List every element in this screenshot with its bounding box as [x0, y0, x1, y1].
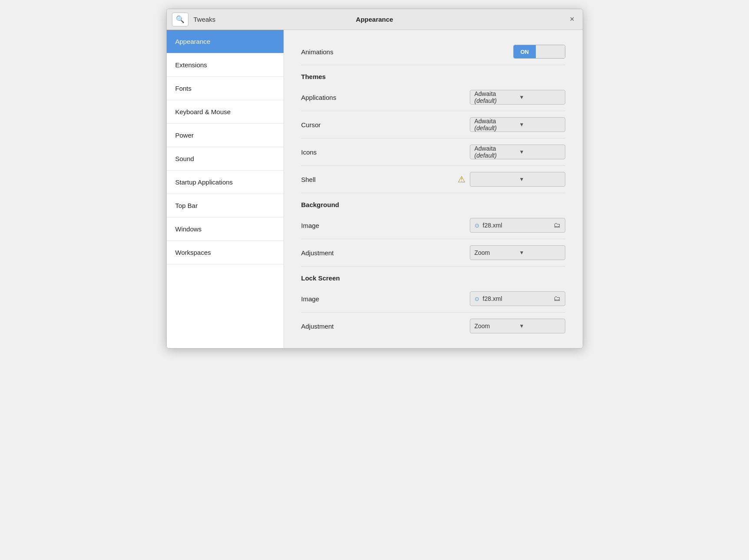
cursor-dropdown[interactable]: Adwaita (default) ▼: [470, 117, 565, 132]
main-content: Appearance Extensions Fonts Keyboard & M…: [167, 30, 583, 348]
bg-image-label: Image: [301, 222, 470, 229]
ls-adjustment-dropdown[interactable]: Zoom ▼: [470, 319, 565, 333]
icons-value: Adwaita (default): [475, 145, 516, 159]
sidebar-item-keyboard-mouse[interactable]: Keyboard & Mouse: [167, 100, 284, 124]
ls-image-file[interactable]: ⊙ f28.xml 🗂: [470, 291, 565, 306]
sidebar-item-power[interactable]: Power: [167, 124, 284, 147]
ls-image-value: f28.xml: [483, 295, 550, 302]
shell-warning-icon: ⚠: [458, 174, 465, 184]
sidebar-item-extensions[interactable]: Extensions: [167, 53, 284, 77]
bg-image-browse-icon: 🗂: [554, 221, 561, 229]
sidebar-item-startup-applications[interactable]: Startup Applications: [167, 171, 284, 194]
titlebar: 🔍 Tweaks Appearance ×: [167, 9, 583, 30]
bg-image-file-icon: ⊙: [475, 222, 479, 229]
ls-adjustment-value: Zoom: [475, 323, 516, 329]
ls-image-browse-icon: 🗂: [554, 295, 561, 303]
icons-label: Icons: [301, 148, 470, 156]
applications-dropdown-arrow: ▼: [519, 94, 561, 100]
animations-row: Animations ON: [301, 39, 565, 65]
animations-toggle[interactable]: ON: [513, 45, 565, 59]
toggle-off-area[interactable]: [536, 45, 565, 58]
sidebar-item-top-bar[interactable]: Top Bar: [167, 194, 284, 217]
bg-adjustment-dropdown-arrow: ▼: [519, 250, 561, 256]
bg-image-value: f28.xml: [483, 222, 550, 229]
shell-row: Shell ⚠ ▼: [301, 166, 565, 193]
cursor-value: Adwaita (default): [475, 118, 516, 132]
applications-row: Applications Adwaita (default) ▼: [301, 84, 565, 111]
ls-image-row: Image ⊙ f28.xml 🗂: [301, 285, 565, 313]
themes-heading: Themes: [301, 65, 565, 84]
ls-adjustment-label: Adjustment: [301, 323, 470, 330]
sidebar-item-sound[interactable]: Sound: [167, 147, 284, 171]
icons-dropdown[interactable]: Adwaita (default) ▼: [470, 145, 565, 159]
shell-dropdown-arrow: ▼: [519, 176, 561, 182]
bg-image-file[interactable]: ⊙ f28.xml 🗂: [470, 218, 565, 233]
content-area: Animations ON Themes Applications Adwait…: [284, 30, 583, 348]
search-button[interactable]: 🔍: [172, 13, 188, 26]
close-button[interactable]: ×: [567, 14, 577, 25]
ls-adjustment-row: Adjustment Zoom ▼: [301, 313, 565, 339]
icons-dropdown-arrow: ▼: [519, 149, 561, 155]
sidebar-item-appearance[interactable]: Appearance: [167, 30, 284, 53]
app-name: Tweaks: [194, 16, 216, 23]
shell-dropdown[interactable]: ▼: [470, 172, 565, 187]
applications-dropdown[interactable]: Adwaita (default) ▼: [470, 90, 565, 105]
lockscreen-heading: Lock Screen: [301, 267, 565, 285]
window-title: Appearance: [356, 16, 393, 23]
main-window: 🔍 Tweaks Appearance × Appearance Extensi…: [166, 9, 583, 349]
shell-label: Shell: [301, 176, 458, 183]
bg-adjustment-row: Adjustment Zoom ▼: [301, 239, 565, 267]
background-heading: Background: [301, 193, 565, 212]
ls-image-file-icon: ⊙: [475, 296, 479, 302]
cursor-label: Cursor: [301, 121, 470, 128]
sidebar-item-workspaces[interactable]: Workspaces: [167, 241, 284, 264]
bg-image-row: Image ⊙ f28.xml 🗂: [301, 212, 565, 239]
sidebar-item-fonts[interactable]: Fonts: [167, 77, 284, 100]
ls-adjustment-dropdown-arrow: ▼: [519, 323, 561, 329]
ls-image-label: Image: [301, 295, 470, 303]
sidebar-item-windows[interactable]: Windows: [167, 217, 284, 241]
toggle-on-label[interactable]: ON: [514, 45, 536, 58]
bg-adjustment-dropdown[interactable]: Zoom ▼: [470, 245, 565, 260]
applications-label: Applications: [301, 94, 470, 101]
bg-adjustment-value: Zoom: [475, 249, 516, 256]
cursor-row: Cursor Adwaita (default) ▼: [301, 111, 565, 138]
cursor-dropdown-arrow: ▼: [519, 122, 561, 128]
sidebar: Appearance Extensions Fonts Keyboard & M…: [167, 30, 284, 348]
bg-adjustment-label: Adjustment: [301, 249, 470, 257]
animations-label: Animations: [301, 48, 513, 56]
search-icon: 🔍: [176, 15, 185, 23]
icons-row: Icons Adwaita (default) ▼: [301, 138, 565, 166]
applications-value: Adwaita (default): [475, 90, 516, 104]
